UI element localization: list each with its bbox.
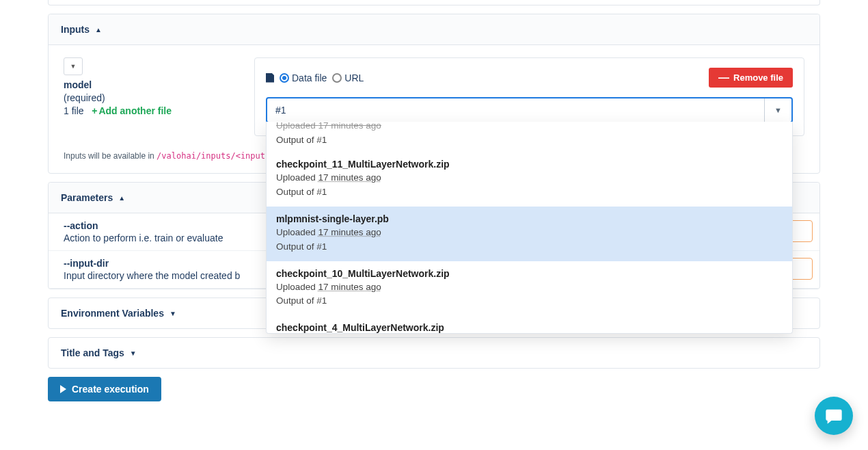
radio-checked-icon <box>280 73 289 83</box>
dropdown-item-uploaded: Uploaded 17 minutes ago <box>276 280 783 295</box>
dropdown-item-title: checkpoint_4_MultiLayerNetwork.zip <box>276 322 783 333</box>
env-vars-title: Environment Variables <box>61 308 164 319</box>
dropdown-item[interactable]: mlpmnist-single-layer.pbUploaded 17 minu… <box>267 207 792 261</box>
input-file-count: 1 file <box>64 105 84 116</box>
inputs-path-note-prefix: Inputs will be available in <box>64 151 157 161</box>
radio-data-file-label: Data file <box>292 72 327 83</box>
dropdown-item-uploaded: Uploaded 17 minutes ago <box>276 171 783 185</box>
caret-up-icon: ▲ <box>95 26 102 34</box>
radio-unchecked-icon <box>332 73 342 83</box>
chat-icon <box>824 406 843 425</box>
file-select-chevron[interactable]: ▼ <box>764 98 791 122</box>
chevron-down-icon: ▼ <box>774 106 782 114</box>
add-another-file-label: Add another file <box>98 105 172 116</box>
dropdown-item-uploaded: Uploaded 17 minutes ago <box>276 226 783 240</box>
dropdown-item-title: checkpoint_11_MultiLayerNetwork.zip <box>276 159 783 170</box>
radio-data-file[interactable]: Data file <box>280 72 327 83</box>
minus-icon: — <box>718 75 729 81</box>
title-tags-panel-header[interactable]: Title and Tags ▼ <box>48 337 820 369</box>
dropdown-item-output: Output of #1 <box>276 240 783 254</box>
input-required: (required) <box>64 92 238 103</box>
chat-fab[interactable] <box>815 397 853 429</box>
inputs-panel-header[interactable]: Inputs ▲ <box>49 14 819 45</box>
play-icon <box>60 385 66 393</box>
create-execution-button[interactable]: Create execution <box>48 377 161 401</box>
dropdown-partial-top[interactable]: Uploaded 17 minutes ago Output of #1 <box>267 122 792 152</box>
dropdown-item[interactable]: checkpoint_10_MultiLayerNetwork.zipUploa… <box>267 261 792 316</box>
dropdown-item-title: mlpmnist-single-layer.pb <box>276 213 783 224</box>
dropdown-item-output: Output of #1 <box>276 294 783 308</box>
parameters-title: Parameters <box>61 192 113 203</box>
dropdown-item[interactable]: checkpoint_11_MultiLayerNetwork.zipUploa… <box>267 152 792 207</box>
caret-up-icon: ▲ <box>118 194 125 202</box>
dropdown-item-output: Output of #1 <box>276 185 783 200</box>
file-select-input[interactable] <box>267 98 764 122</box>
input-collapse-toggle[interactable]: ▼ <box>64 57 83 75</box>
partial-output: Output of #1 <box>276 133 783 148</box>
partial-ago: 17 minutes ago <box>318 122 381 131</box>
input-left-col: ▼ model (required) 1 file +Add another f… <box>64 57 238 116</box>
dropdown-item-title: checkpoint_10_MultiLayerNetwork.zip <box>276 268 783 279</box>
remove-file-button[interactable]: — Remove file <box>709 68 793 88</box>
inputs-panel: Inputs ▲ ▼ model (required) 1 file +Add … <box>48 14 820 174</box>
add-another-file-link[interactable]: +Add another file <box>92 105 172 116</box>
partial-uploaded-prefix: Uploaded <box>276 122 318 131</box>
inputs-path-note-code: /valohai/inputs/<input <box>157 151 265 161</box>
dropdown-item[interactable]: checkpoint_4_MultiLayerNetwork.zip <box>267 315 792 334</box>
file-select[interactable]: ▼ Uploaded 17 minutes ago Output of #1 c… <box>266 97 793 123</box>
file-dropdown: Uploaded 17 minutes ago Output of #1 che… <box>266 122 793 334</box>
caret-down-icon: ▼ <box>169 310 176 317</box>
input-source-card: Data file URL — Remove file <box>254 57 804 136</box>
previous-panel-bottom <box>48 0 820 5</box>
input-name: model <box>64 79 238 90</box>
plus-icon: + <box>92 105 97 116</box>
inputs-title: Inputs <box>61 24 90 35</box>
radio-url-label: URL <box>344 72 364 83</box>
create-execution-label: Create execution <box>72 384 149 395</box>
remove-file-label: Remove file <box>733 72 783 83</box>
radio-url[interactable]: URL <box>332 72 364 83</box>
caret-down-icon: ▼ <box>70 63 77 70</box>
inputs-panel-body: ▼ model (required) 1 file +Add another f… <box>49 45 819 173</box>
caret-down-icon: ▼ <box>130 349 137 357</box>
file-icon <box>266 73 274 83</box>
title-tags-title: Title and Tags <box>61 347 124 358</box>
